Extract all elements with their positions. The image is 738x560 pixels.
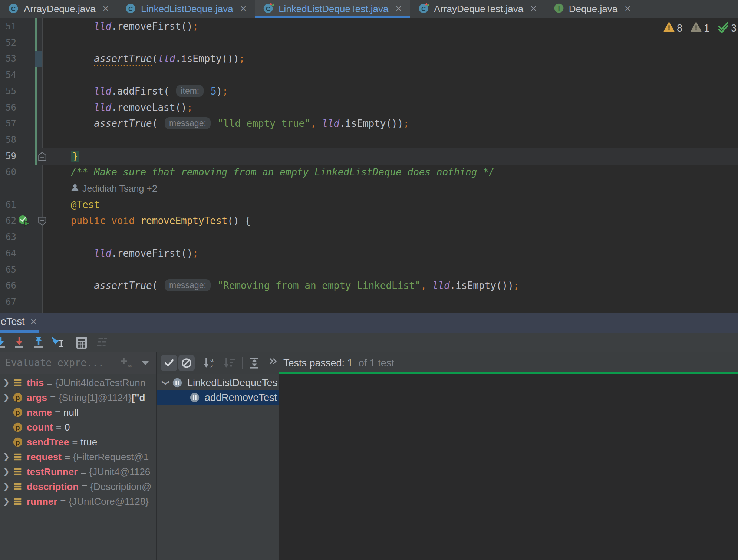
debugger-second-row: Evaluate expre... ∞ Tests passed: 1 of 1… [0, 352, 738, 374]
show-passed-button[interactable] [161, 355, 177, 371]
variable-row-args[interactable]: ❯pargs={String[1]@1124} ["d [0, 390, 156, 405]
variable-value: {JUnitCore@1128} [69, 496, 149, 507]
show-ignored-button[interactable] [178, 355, 195, 371]
close-icon[interactable]: ✕ [240, 4, 247, 14]
fold-up-icon[interactable] [37, 151, 47, 163]
expand-all-button[interactable] [248, 356, 261, 371]
code-line-56[interactable]: lld.removeLast(); [47, 100, 192, 116]
variable-row-runner[interactable]: ❯runner={JUnitCore@1128} [0, 494, 156, 509]
variable-name: this [27, 377, 44, 389]
variable-row-testRunner[interactable]: ❯testRunner={JUnit4@1126 [0, 464, 156, 479]
code-line-60[interactable]: /** Make sure that removing from an empt… [47, 164, 494, 181]
line-number: 54 [0, 67, 16, 83]
tab-label: ArrayDeque.java [24, 3, 96, 15]
variable-row-count[interactable]: pcount=0 [0, 420, 156, 435]
editor-tab-linkedlistdeque-java[interactable]: CLinkedListDeque.java✕ [117, 0, 255, 18]
line-number: 56 [0, 100, 16, 116]
equals-sign: = [62, 451, 73, 463]
variable-row-request[interactable]: ❯request={FilterRequest@1 [0, 449, 156, 464]
test-tree-node-addRemoveTest[interactable]: addRemoveTest [157, 390, 279, 405]
inspections-widget[interactable]: 8 1 3 [658, 22, 737, 35]
test-tree-panel[interactable]: ❯LinkedListDequeTesaddRemoveTest [157, 374, 279, 560]
equals-sign: = [69, 437, 80, 448]
close-icon[interactable]: ✕ [530, 4, 537, 14]
variable-row-sendTree[interactable]: psendTree=true [0, 435, 156, 449]
line-number: 60 [0, 164, 16, 181]
fold-down-icon[interactable] [37, 216, 47, 228]
author-inlay-text: Jedidiah Tsang +2 [82, 183, 157, 194]
code-line-62[interactable]: public void removeEmptyTest() { [47, 213, 251, 229]
sort-by-duration-button[interactable] [223, 356, 236, 371]
test-tree-node-LinkedListDequeTes[interactable]: ❯LinkedListDequeTes [157, 375, 279, 390]
run-test-icon[interactable] [18, 215, 30, 229]
force-step-into-button[interactable] [13, 336, 26, 351]
variable-value: null [63, 407, 78, 418]
expand-chevron-icon[interactable]: ❯ [0, 497, 13, 506]
author-inlay[interactable]: Jedidiah Tsang +2 [70, 181, 157, 197]
pane-divider[interactable] [156, 352, 157, 560]
sort-alphabetically-button[interactable]: az [202, 356, 216, 371]
inspection-ok-icon [718, 22, 729, 35]
more-actions-button[interactable] [268, 356, 278, 368]
variable-value: 0 [65, 422, 70, 433]
weak-warning-count: 1 [704, 23, 709, 34]
equals-sign: = [53, 422, 65, 433]
variable-name: description [27, 481, 79, 493]
expand-chevron-icon[interactable]: ❯ [0, 378, 13, 388]
code-line-57[interactable]: assertTrue( message: "lld empty true", l… [47, 116, 409, 132]
code-line-64[interactable]: lld.removeFirst(); [47, 246, 198, 262]
variable-row-description[interactable]: ❯description={Description@ [0, 479, 156, 494]
test-progress-bar [279, 372, 738, 374]
svg-text:C: C [128, 6, 133, 13]
editor-tab-arraydeque-java[interactable]: CArrayDeque.java✕ [0, 0, 117, 18]
variable-row-name[interactable]: pname=null [0, 405, 156, 420]
line-number: 51 [0, 19, 16, 35]
close-icon[interactable]: ✕ [395, 4, 402, 14]
param-icon: p [13, 437, 27, 448]
chevron-down-icon[interactable] [141, 360, 150, 368]
svg-text:z: z [210, 363, 213, 369]
code-line-61[interactable]: @Test [47, 197, 100, 213]
vcs-modified-lines-marker[interactable] [35, 51, 42, 67]
variable-name: name [27, 407, 52, 418]
vcs-added-lines-marker[interactable] [35, 18, 37, 165]
close-icon[interactable]: ✕ [30, 317, 37, 327]
variable-value: {JUnit4IdeaTestRunn [55, 377, 145, 389]
console-output-panel[interactable] [279, 374, 738, 560]
run-to-cursor-button[interactable] [50, 336, 65, 351]
weak-warning-icon [691, 22, 702, 35]
code-line-55[interactable]: lld.addFirst( item: 5); [47, 83, 228, 100]
equals-sign: = [79, 481, 90, 493]
line-number: 63 [0, 229, 16, 246]
close-icon[interactable]: ✕ [624, 4, 631, 14]
code-line-59[interactable]: } [47, 148, 79, 165]
expand-chevron-icon[interactable]: ❯ [0, 482, 13, 491]
code-line-53[interactable]: assertTrue(lld.isEmpty()); [47, 51, 245, 67]
add-watch-icon[interactable]: ∞ [119, 357, 132, 371]
expanded-chevron-icon[interactable]: ❯ [161, 378, 172, 387]
editor-tab-linkedlistdequetest-java[interactable]: CLinkedListDequeTest.java✕ [255, 0, 410, 18]
close-icon[interactable]: ✕ [102, 4, 109, 14]
variable-row-this[interactable]: ❯this={JUnit4IdeaTestRunn [0, 375, 156, 390]
code-line-51[interactable]: lld.removeFirst(); [47, 19, 198, 35]
layout-settings-button[interactable] [95, 336, 109, 350]
evaluate-expression-button[interactable] [75, 336, 88, 351]
expand-chevron-icon[interactable]: ❯ [0, 452, 13, 462]
variable-value: true [80, 437, 97, 448]
expand-chevron-icon[interactable]: ❯ [0, 467, 13, 477]
code-editor[interactable]: lld.removeFirst(); assertTrue(lld.isEmpt… [0, 18, 738, 313]
step-into-button[interactable] [0, 336, 7, 351]
expand-chevron-icon[interactable]: ❯ [0, 393, 13, 402]
parameter-hint: item: [176, 85, 204, 97]
param-icon: p [13, 407, 27, 418]
editor-tab-deque-java[interactable]: IDeque.java✕ [545, 0, 639, 18]
variables-panel[interactable]: ❯this={JUnit4IdeaTestRunn❯pargs={String[… [0, 374, 156, 560]
tool-window-tab-debug[interactable]: eTest ✕ [1, 313, 37, 330]
value-icon [13, 466, 27, 477]
code-line-66[interactable]: assertTrue( message: "Removing from an e… [47, 278, 519, 294]
svg-text:C: C [11, 6, 16, 13]
evaluate-expression-field[interactable]: Evaluate expre... ∞ [0, 352, 156, 374]
step-out-button[interactable] [32, 336, 45, 351]
debugger-step-toolbar [0, 333, 738, 352]
editor-tab-arraydequetest-java[interactable]: CArrayDequeTest.java✕ [410, 0, 545, 18]
